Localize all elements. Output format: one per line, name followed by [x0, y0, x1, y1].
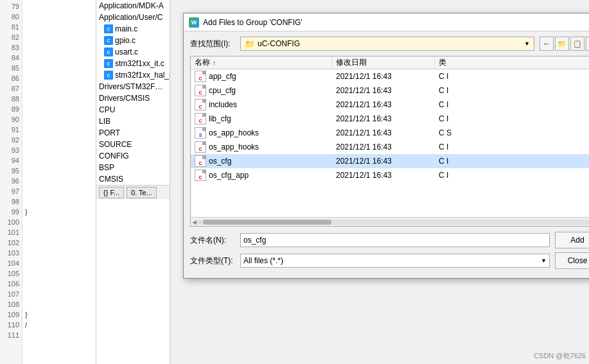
horizontal-scrollbar[interactable]: ◀ ▶ [191, 217, 589, 226]
back-button[interactable]: ← [540, 37, 554, 51]
sidebar-item-label: PORT [99, 128, 120, 137]
filename-label: 文件名(N): [190, 235, 235, 246]
sidebar-item[interactable]: Cusart.c [96, 46, 170, 58]
file-name-cell: Ccpu_cfg [191, 83, 332, 98]
filename-row: 文件名(N): Add [190, 232, 589, 248]
sidebar-item-label: CPU [99, 105, 115, 114]
copy-button[interactable]: 📋 [570, 37, 585, 51]
file-date-cell: 2021/12/1 16:43 [332, 140, 435, 154]
sidebar-item[interactable]: Cmain.c [96, 23, 170, 35]
file-type-cell: C I [435, 69, 589, 83]
sidebar-item-label: stm32f1xx_hal_r [115, 71, 170, 80]
sidebar-item[interactable]: Drivers/CMSIS [96, 92, 170, 104]
watermark: CSDN @乾7626 [534, 351, 586, 361]
file-name-cell: Cos_cfg [191, 154, 332, 168]
add-button[interactable]: Add [555, 232, 589, 248]
file-name-cell: Sos_app_hooks [191, 126, 332, 140]
file-row[interactable]: Capp_cfg2021/12/1 16:43C I [191, 69, 589, 83]
col-header-type: 类 [435, 56, 589, 69]
bottom-tab[interactable]: 0. Te... [127, 187, 157, 198]
close-button[interactable]: Close [555, 252, 589, 269]
file-date-cell: 2021/12/1 16:43 [332, 168, 435, 182]
file-row[interactable]: Cos_cfg_app2021/12/1 16:43C I [191, 168, 589, 182]
right-area: W Add Files to Group 'CONFIG' ✕ 查找范围(I):… [170, 0, 589, 364]
sidebar-item-label: LIB [99, 117, 110, 126]
file-date-cell: 2021/12/1 16:43 [332, 112, 435, 126]
col-header-name: 名称 ↑ [191, 56, 332, 69]
dialog-titlebar: W Add Files to Group 'CONFIG' ✕ [184, 13, 589, 31]
scrollbar-thumb[interactable] [203, 220, 331, 225]
file-name-cell: Cincludes [191, 98, 332, 112]
sidebar-item[interactable]: CPU [96, 104, 170, 116]
sidebar-item-label: Application/MDK-A [99, 1, 164, 10]
sidebar-item-label: usart.c [115, 48, 138, 56]
file-name-cell: Cos_app_hooks [191, 140, 332, 154]
bottom-tab[interactable]: {} F... [99, 187, 124, 198]
view-button[interactable]: ⊞▾ [586, 37, 589, 51]
dialog-title: W Add Files to Group 'CONFIG' [189, 17, 303, 28]
sidebar-item-label: BSP [99, 163, 114, 172]
sidebar-item[interactable]: Cgpio.c [96, 35, 170, 46]
sidebar-item[interactable]: Application/User/C [96, 12, 170, 23]
dialog-title-text: Add Files to Group 'CONFIG' [203, 18, 303, 27]
file-date-cell: 2021/12/1 16:43 [332, 126, 435, 140]
col-header-date: 修改日期 [332, 56, 435, 69]
file-name-cell: Clib_cfg [191, 112, 332, 126]
sidebar-item-label: CONFIG [99, 152, 129, 160]
sidebar-item-label: SOURCE [99, 140, 132, 149]
sidebar-item[interactable]: CONFIG [96, 150, 170, 162]
sidebar-item[interactable]: LIB [96, 116, 170, 127]
dialog-icon: W [189, 17, 199, 28]
file-name-cell: Capp_cfg [191, 69, 332, 83]
look-in-label: 查找范围(I): [190, 39, 235, 49]
toolbar-row: 查找范围(I): 📁 uC-CONFIG ▼ ← 📁 📋 ⊞▾ [190, 37, 589, 51]
new-folder-button[interactable]: 📁 [555, 37, 569, 51]
file-type-cell: C I [435, 83, 589, 98]
file-date-cell: 2021/12/1 16:43 [332, 154, 435, 168]
file-date-cell: 2021/12/1 16:43 [332, 69, 435, 83]
toolbar-buttons: ← 📁 📋 ⊞▾ [540, 37, 589, 51]
file-row[interactable]: Cos_app_hooks2021/12/1 16:43C I [191, 140, 589, 154]
folder-icon: 📁 [245, 39, 255, 49]
sidebar-item[interactable]: CMSIS [96, 173, 170, 185]
file-row[interactable]: Cincludes2021/12/1 16:43C I [191, 98, 589, 112]
file-type-cell: C S [435, 126, 589, 140]
select-arrow-icon: ▼ [541, 257, 547, 264]
line-numbers: 7980818283848586878889909192939495969798… [0, 0, 22, 364]
sidebar-item[interactable]: BSP [96, 162, 170, 173]
sidebar-item[interactable]: Drivers/STM32F1xx_ [96, 81, 170, 92]
filetype-label: 文件类型(T): [190, 256, 235, 266]
file-type-cell: C I [435, 112, 589, 126]
filetype-select[interactable]: All files (*.*) ▼ [240, 254, 550, 268]
sidebar-item[interactable]: Cstm32f1xx_hal_r [96, 69, 170, 81]
file-name-cell: Cos_cfg_app [191, 168, 332, 182]
scrollbar-track [197, 220, 589, 225]
filename-input[interactable] [240, 233, 550, 247]
file-date-cell: 2021/12/1 16:43 [332, 98, 435, 112]
file-list-header: 名称 ↑ 修改日期 类 [191, 56, 589, 69]
file-date-cell: 2021/12/1 16:43 [332, 83, 435, 98]
add-files-dialog: W Add Files to Group 'CONFIG' ✕ 查找范围(I):… [183, 13, 589, 279]
file-type-cell: C I [435, 154, 589, 168]
filetype-row: 文件类型(T): All files (*.*) ▼ Close [190, 252, 589, 269]
sort-arrow: ↑ [213, 60, 216, 66]
sidebar-item-label: CMSIS [99, 175, 123, 184]
sidebar-item-label: stm32f1xx_it.c [115, 59, 164, 68]
left-panel: 7980818283848586878889909192939495969798… [0, 0, 96, 364]
file-row[interactable]: Ccpu_cfg2021/12/1 16:43C I [191, 83, 589, 98]
file-row[interactable]: Cos_cfg2021/12/1 16:43C I [191, 154, 589, 168]
folder-combo[interactable]: 📁 uC-CONFIG ▼ [240, 37, 534, 51]
file-list-container: 名称 ↑ 修改日期 类 Capp_cfg2021/12/1 16:43C ICc… [190, 56, 589, 227]
file-row[interactable]: Clib_cfg2021/12/1 16:43C I [191, 112, 589, 126]
sidebar-item[interactable]: SOURCE [96, 139, 170, 150]
editor-area: 7980818283848586878889909192939495969798… [0, 0, 96, 364]
current-folder-text: uC-CONFIG [258, 39, 300, 48]
code-content: } } / [22, 0, 96, 364]
sidebar-item[interactable]: PORT [96, 127, 170, 139]
sidebar-item[interactable]: Cstm32f1xx_it.c [96, 58, 170, 69]
sidebar-item[interactable]: Application/MDK-A [96, 0, 170, 12]
filetype-value: All files (*.*) [243, 256, 283, 265]
file-row[interactable]: Sos_app_hooks2021/12/1 16:43C S [191, 126, 589, 140]
combo-arrow: ▼ [524, 40, 530, 47]
sidebar-item-label: gpio.c [115, 36, 136, 45]
